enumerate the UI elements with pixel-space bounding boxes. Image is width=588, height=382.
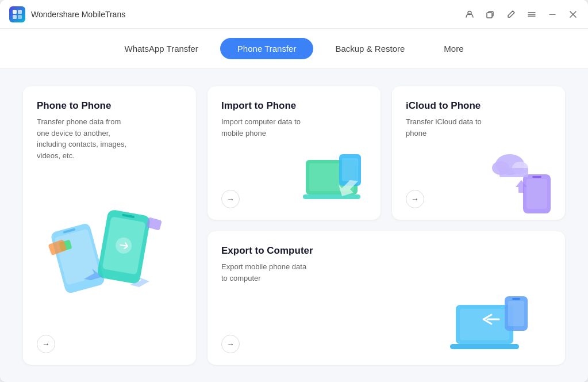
minimize-button[interactable]: [547, 9, 558, 20]
card-arrow-icloud[interactable]: →: [406, 190, 424, 208]
card-phone-to-phone[interactable]: Phone to Phone Transfer phone data from …: [23, 86, 196, 365]
card-icloud-to-phone[interactable]: iCloud to Phone Transfer iCloud data to …: [392, 86, 565, 220]
card-export-to-computer[interactable]: Export to Computer Export mobile phone d…: [207, 231, 565, 365]
svg-rect-28: [526, 179, 547, 209]
app-title: Wondershare MobileTrans: [31, 10, 464, 19]
svg-rect-35: [460, 309, 509, 340]
card-desc-export: Export mobile phone data to computer: [221, 261, 313, 284]
svg-rect-39: [512, 298, 520, 300]
svg-rect-33: [499, 168, 528, 177]
svg-rect-3: [18, 15, 22, 19]
svg-rect-5: [487, 13, 492, 18]
edit-button[interactable]: [505, 9, 517, 20]
card-desc-phone-to-phone: Transfer phone data from one device to a…: [37, 116, 129, 161]
card-desc-icloud: Transfer iCloud data to phone: [406, 116, 498, 139]
menu-button[interactable]: [526, 9, 537, 20]
square-button[interactable]: [485, 9, 496, 20]
svg-rect-38: [508, 301, 524, 326]
svg-rect-1: [18, 10, 22, 14]
svg-rect-2: [13, 15, 17, 19]
svg-rect-26: [342, 158, 358, 181]
main-content: Phone to Phone Transfer phone data from …: [0, 69, 588, 382]
titlebar: Wondershare MobileTrans: [0, 0, 588, 29]
window-controls: [464, 9, 579, 20]
tab-whatsapp-transfer[interactable]: WhatsApp Transfer: [107, 38, 215, 59]
card-desc-import: Import computer data to mobile phone: [221, 116, 313, 139]
app-window: Wondershare MobileTrans: [0, 0, 588, 382]
card-title-icloud: iCloud to Phone: [406, 100, 551, 112]
svg-rect-29: [532, 176, 541, 178]
svg-rect-24: [303, 194, 360, 199]
card-title-import: Import to Phone: [221, 100, 367, 112]
app-logo: [9, 6, 25, 22]
tab-phone-transfer[interactable]: Phone Transfer: [220, 38, 314, 59]
card-title-export: Export to Computer: [221, 245, 551, 257]
tab-more[interactable]: More: [426, 38, 481, 59]
svg-rect-0: [13, 10, 17, 14]
close-button[interactable]: [567, 9, 579, 20]
card-title-phone-to-phone: Phone to Phone: [37, 100, 182, 112]
svg-rect-36: [450, 344, 519, 349]
profile-button[interactable]: [464, 9, 475, 20]
card-import-to-phone[interactable]: Import to Phone Import computer data to …: [207, 86, 381, 220]
card-arrow-import[interactable]: →: [221, 190, 240, 208]
card-arrow-phone-to-phone[interactable]: →: [37, 335, 55, 353]
tab-backup-restore[interactable]: Backup & Restore: [318, 38, 422, 59]
card-arrow-export[interactable]: →: [221, 335, 240, 353]
navigation-bar: WhatsApp Transfer Phone Transfer Backup …: [0, 29, 588, 69]
